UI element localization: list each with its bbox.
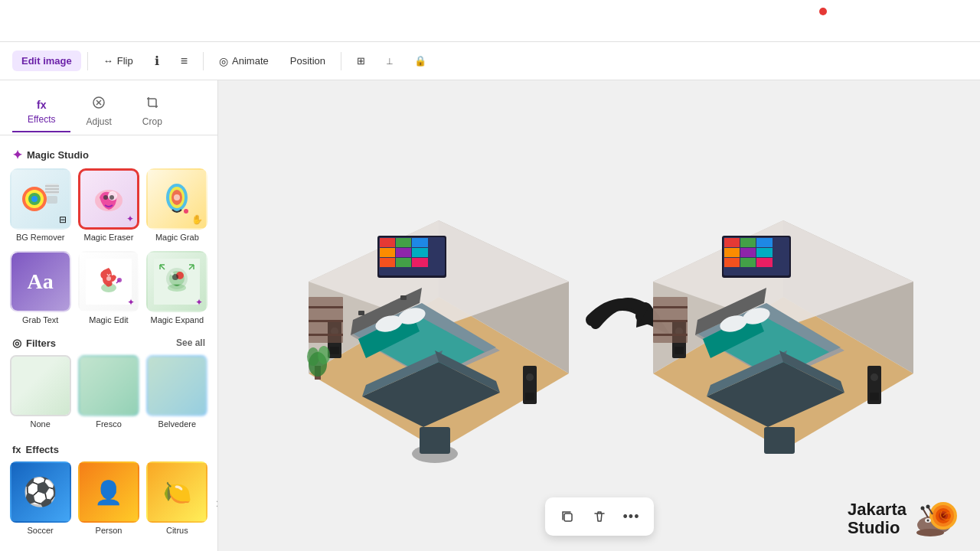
grab-text-label: Grab Text xyxy=(22,315,59,324)
more-options-icon: ••• xyxy=(623,509,640,525)
flip-button[interactable]: ↔ Flip xyxy=(94,51,142,71)
effects-section-icon: fx xyxy=(12,444,21,455)
svg-rect-48 xyxy=(396,238,411,247)
canvas-area[interactable]: ••• Jakarta Studio xyxy=(218,80,980,551)
tool-bg-remover[interactable]: ⊟ BG Remover xyxy=(9,168,71,242)
svg-point-113 xyxy=(871,373,878,381)
magic-studio-section-header: ✦ Magic Studio xyxy=(0,145,217,168)
magic-edit-badge: ✦ xyxy=(127,297,135,308)
panel-tabs: fx Effects Adjust Crop xyxy=(0,90,217,135)
svg-rect-94 xyxy=(740,248,756,257)
filter-belvedere-label: Belvedere xyxy=(158,419,197,429)
svg-rect-47 xyxy=(380,238,395,247)
info-button[interactable]: ℹ xyxy=(145,49,168,73)
svg-rect-55 xyxy=(412,258,428,267)
align-button[interactable]: ⟂ xyxy=(377,51,402,71)
tab-effects[interactable]: fx Effects xyxy=(12,93,70,132)
edit-toolbar: Edit image ↔ Flip ℹ ≡ ◎ Animate Position… xyxy=(0,42,980,80)
animate-icon: ◎ xyxy=(219,55,228,67)
lock-icon: 🔒 xyxy=(414,55,426,67)
canvas-image xyxy=(270,144,929,465)
copy-button[interactable] xyxy=(554,504,580,530)
grab-text-visual: Aa xyxy=(11,253,70,311)
lock-button[interactable]: 🔒 xyxy=(405,51,436,71)
copy-icon xyxy=(560,510,574,523)
effect-citrus[interactable]: 🍋 Citrus xyxy=(146,461,208,535)
filters-see-all[interactable]: See all xyxy=(176,337,205,348)
tab-crop[interactable]: Crop xyxy=(127,90,178,135)
effect-soccer[interactable]: ⚽ Soccer xyxy=(9,461,71,535)
align-icon: ⟂ xyxy=(387,55,393,67)
edit-image-button[interactable]: Edit image xyxy=(12,51,81,71)
svg-rect-11 xyxy=(47,196,57,204)
effect-person[interactable]: 👤 Person xyxy=(77,461,139,535)
canvas-bottom-toolbar: ••• xyxy=(545,497,654,536)
recording-indicator xyxy=(819,8,827,15)
svg-point-23 xyxy=(106,276,111,281)
svg-point-20 xyxy=(184,209,188,214)
watermark-snail-icon xyxy=(911,494,965,543)
magic-eraser-badge: ✦ xyxy=(126,214,134,224)
svg-point-130 xyxy=(926,505,930,509)
tab-adjust[interactable]: Adjust xyxy=(70,90,126,135)
svg-rect-73 xyxy=(525,393,534,400)
svg-rect-70 xyxy=(330,347,339,354)
filter-none[interactable]: None xyxy=(9,355,71,429)
left-panel: fx Effects Adjust Crop ✦ Magic Studio xyxy=(0,80,218,551)
effect-soccer-label: Soccer xyxy=(28,526,54,535)
svg-point-14 xyxy=(103,195,108,200)
tool-grab-text[interactable]: Aa Grab Text xyxy=(9,251,71,324)
svg-rect-119 xyxy=(764,427,795,454)
svg-point-6 xyxy=(31,196,38,202)
magic-expand-badge: ✦ xyxy=(195,297,203,308)
svg-rect-97 xyxy=(740,258,756,267)
delete-icon xyxy=(593,510,606,523)
effect-citrus-thumb: 🍋 xyxy=(146,461,207,523)
watermark-line2: Studio xyxy=(848,519,906,537)
watermark-text: Jakarta Studio xyxy=(848,500,906,537)
effects-section-label: Effects xyxy=(26,444,59,455)
top-bar xyxy=(0,0,980,42)
magic-grab-thumb: ✋ xyxy=(146,168,207,230)
magic-studio-icon: ✦ xyxy=(12,148,22,162)
magic-edit-label: Magic Edit xyxy=(89,315,128,324)
filter-fresco[interactable]: Fresco xyxy=(77,355,139,429)
room-comparison-svg xyxy=(270,144,929,465)
svg-rect-50 xyxy=(380,248,395,257)
svg-rect-92 xyxy=(756,238,773,247)
effects-grid: ⚽ Soccer 👤 Person 🍋 Citrus › xyxy=(0,461,217,544)
magic-grab-label: Magic Grab xyxy=(155,233,199,242)
options-button[interactable]: ≡ xyxy=(172,50,197,73)
svg-rect-91 xyxy=(740,238,756,247)
position-button[interactable]: Position xyxy=(281,51,335,71)
delete-button[interactable] xyxy=(586,504,612,530)
flip-icon: ↔ xyxy=(103,55,113,67)
tool-magic-edit[interactable]: ✦ Magic Edit xyxy=(77,251,139,324)
animate-label: Animate xyxy=(232,55,269,67)
grid-button[interactable]: ⊞ xyxy=(348,51,374,71)
filter-none-thumb xyxy=(10,355,71,416)
tool-magic-grab[interactable]: ✋ Magic Grab xyxy=(146,168,208,242)
svg-point-15 xyxy=(109,195,114,200)
tool-magic-expand[interactable]: ✦ Magic Expand xyxy=(146,251,208,324)
svg-rect-52 xyxy=(412,248,428,257)
svg-rect-51 xyxy=(396,248,411,257)
position-label: Position xyxy=(290,55,325,67)
filter-belvedere[interactable]: Belvedere xyxy=(146,355,208,429)
tool-magic-eraser[interactable]: ✦ Magic Eraser xyxy=(77,168,139,242)
bg-remover-thumb: ⊟ xyxy=(10,168,71,230)
separator-2 xyxy=(203,52,204,70)
svg-point-77 xyxy=(318,346,330,364)
svg-rect-93 xyxy=(724,248,740,257)
magic-eraser-label: Magic Eraser xyxy=(84,233,134,242)
magic-expand-label: Magic Expand xyxy=(150,315,204,324)
filters-icon: ◎ xyxy=(12,337,21,349)
animate-button[interactable]: ◎ Animate xyxy=(210,51,278,72)
magic-eraser-thumb: ✦ xyxy=(78,168,139,230)
effect-person-label: Person xyxy=(96,526,122,535)
svg-point-33 xyxy=(171,272,174,276)
magic-studio-label: Magic Studio xyxy=(27,149,89,161)
more-options-button[interactable]: ••• xyxy=(619,504,645,530)
effects-tab-icon: fx xyxy=(37,99,46,111)
bg-remover-label: BG Remover xyxy=(16,233,65,242)
